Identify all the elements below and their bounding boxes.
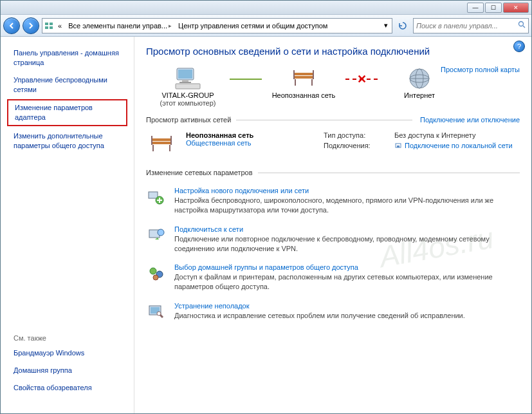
task-title[interactable]: Устранение неполадок bbox=[174, 302, 465, 310]
svg-point-33 bbox=[150, 268, 156, 274]
sidebar-footer-homegroup[interactable]: Домашняя группа bbox=[1, 362, 134, 379]
sidebar-item-adapter-settings[interactable]: Изменение параметров адаптера bbox=[7, 99, 127, 126]
sidebar-item-wireless[interactable]: Управление беспроводными сетями bbox=[1, 71, 134, 99]
globe-icon bbox=[405, 66, 434, 91]
network-name: Неопознанная сеть bbox=[186, 131, 253, 139]
svg-rect-16 bbox=[313, 70, 314, 79]
task-new-connection[interactable]: Настройка нового подключения или сети На… bbox=[146, 182, 520, 220]
svg-rect-24 bbox=[169, 145, 170, 151]
close-button[interactable]: ✕ bbox=[503, 3, 529, 13]
arrow-left-icon bbox=[8, 22, 15, 30]
map-node-sublabel: (этот компьютер) bbox=[160, 99, 216, 107]
sidebar-footer: См. также Брандмауэр Windows Домашняя гр… bbox=[1, 326, 134, 406]
window: — ☐ ✕ « Все элементы панели управ...▸ Це… bbox=[0, 0, 532, 414]
task-title[interactable]: Выбор домашней группы и параметров общег… bbox=[174, 263, 520, 271]
task-description: Диагностика и исправление сетевых пробле… bbox=[174, 311, 465, 321]
page-title: Просмотр основных сведений о сети и наст… bbox=[146, 46, 520, 57]
refresh-button[interactable] bbox=[395, 18, 410, 33]
body: Панель управления - домашняя страница Уп… bbox=[1, 37, 531, 413]
svg-rect-15 bbox=[293, 70, 295, 79]
connections-label: Подключения: bbox=[324, 142, 394, 151]
maximize-button[interactable]: ☐ bbox=[485, 3, 502, 13]
map-node-label: Неопознанная сеть bbox=[272, 91, 336, 99]
svg-rect-13 bbox=[295, 79, 296, 86]
map-node-computer[interactable]: VITALK-GROUP (этот компьютер) bbox=[146, 66, 230, 107]
task-title[interactable]: Подключиться к сети bbox=[174, 225, 520, 233]
network-center-icon bbox=[44, 21, 54, 31]
task-troubleshoot[interactable]: Устранение неполадок Диагностика и испра… bbox=[146, 297, 520, 328]
sidebar-item-sharing[interactable]: Изменить дополнительные параметры общего… bbox=[1, 127, 134, 155]
svg-rect-22 bbox=[151, 142, 172, 144]
map-node-label: Интернет bbox=[404, 91, 435, 99]
content-pane: ? Просмотр основных сведений о сети и на… bbox=[134, 37, 531, 413]
svg-rect-0 bbox=[45, 23, 48, 25]
svg-rect-8 bbox=[182, 80, 188, 82]
task-description: Подключение или повторное подключение к … bbox=[174, 234, 520, 254]
address-bar[interactable]: « Все элементы панели управ...▸ Центр уп… bbox=[42, 18, 392, 33]
back-button[interactable] bbox=[3, 17, 20, 34]
see-also-heading: См. также bbox=[1, 332, 134, 344]
connect-disconnect-link[interactable]: Подключение или отключение bbox=[420, 116, 520, 124]
homegroup-icon bbox=[146, 263, 167, 284]
troubleshoot-icon bbox=[146, 302, 167, 323]
task-connect-network[interactable]: Подключиться к сети Подключение или повт… bbox=[146, 220, 520, 259]
search-input[interactable] bbox=[416, 22, 518, 30]
bench-icon bbox=[289, 66, 318, 91]
network-map: Просмотр полной карты VITALK-GROUP (этот… bbox=[146, 66, 520, 107]
chevron-right-icon: ▸ bbox=[169, 23, 172, 29]
svg-rect-14 bbox=[311, 79, 313, 86]
svg-rect-11 bbox=[293, 73, 314, 75]
refresh-icon bbox=[398, 21, 408, 31]
navigation-bar: « Все элементы панели управ...▸ Центр уп… bbox=[1, 15, 531, 37]
network-type[interactable]: Общественная сеть bbox=[186, 139, 315, 147]
network-params-header: Изменение сетевых параметров bbox=[146, 169, 520, 176]
x-icon: ✕ bbox=[357, 72, 367, 86]
task-description: Доступ к файлам и принтерам, расположенн… bbox=[174, 272, 520, 292]
map-node-label: VITALK-GROUP bbox=[161, 91, 214, 99]
address-dropdown[interactable]: ▾ bbox=[381, 21, 390, 30]
minimize-button[interactable]: — bbox=[467, 3, 484, 13]
svg-rect-25 bbox=[151, 136, 152, 145]
svg-rect-9 bbox=[179, 82, 191, 83]
breadcrumb-segment-2[interactable]: Центр управления сетями и общим доступом bbox=[176, 19, 330, 33]
svg-rect-7 bbox=[178, 70, 192, 79]
svg-point-4 bbox=[519, 22, 524, 26]
breadcrumb-segment-1[interactable]: Все элементы панели управ...▸ bbox=[66, 19, 174, 33]
map-connection-2-broken: ✕ bbox=[345, 66, 378, 91]
connection-link[interactable]: Подключение по локальной сети bbox=[394, 142, 513, 149]
svg-rect-28 bbox=[397, 146, 399, 147]
svg-rect-26 bbox=[170, 136, 172, 145]
sidebar-footer-firewall[interactable]: Брандмауэр Windows bbox=[1, 344, 134, 362]
computer-icon bbox=[174, 66, 202, 91]
task-title[interactable]: Настройка нового подключения или сети bbox=[174, 187, 520, 194]
svg-rect-29 bbox=[149, 192, 158, 198]
titlebar: — ☐ ✕ bbox=[1, 1, 531, 15]
svg-rect-12 bbox=[293, 76, 314, 79]
help-button[interactable]: ? bbox=[513, 41, 525, 52]
svg-point-32 bbox=[158, 229, 164, 236]
network-properties: Тип доступа: Без доступа к Интернету Под… bbox=[324, 131, 520, 151]
breadcrumb-prefix[interactable]: « bbox=[55, 19, 64, 33]
svg-rect-10 bbox=[176, 84, 200, 89]
search-box[interactable] bbox=[413, 18, 529, 33]
svg-rect-2 bbox=[45, 26, 48, 29]
full-map-link[interactable]: Просмотр полной карты bbox=[441, 66, 520, 73]
svg-line-5 bbox=[523, 26, 525, 28]
svg-point-38 bbox=[157, 312, 161, 315]
svg-point-35 bbox=[153, 275, 158, 280]
bench-icon bbox=[146, 131, 177, 157]
svg-rect-23 bbox=[152, 145, 154, 151]
svg-rect-3 bbox=[50, 26, 53, 29]
map-node-network[interactable]: Неопознанная сеть bbox=[262, 66, 345, 99]
network-info: Неопознанная сеть Общественная сеть bbox=[186, 131, 315, 147]
map-connection-1 bbox=[230, 66, 262, 91]
active-networks-header: Просмотр активных сетей Подключение или … bbox=[146, 116, 520, 124]
sidebar-footer-browser[interactable]: Свойства обозревателя bbox=[1, 379, 134, 397]
sidebar-item-home[interactable]: Панель управления - домашняя страница bbox=[1, 44, 134, 71]
search-icon bbox=[518, 21, 526, 30]
arrow-right-icon bbox=[27, 22, 35, 30]
task-description: Настройка беспроводного, широкополосного… bbox=[174, 196, 520, 215]
new-connection-icon bbox=[146, 187, 167, 207]
task-homegroup[interactable]: Выбор домашней группы и параметров общег… bbox=[146, 258, 520, 297]
forward-button[interactable] bbox=[23, 17, 39, 34]
